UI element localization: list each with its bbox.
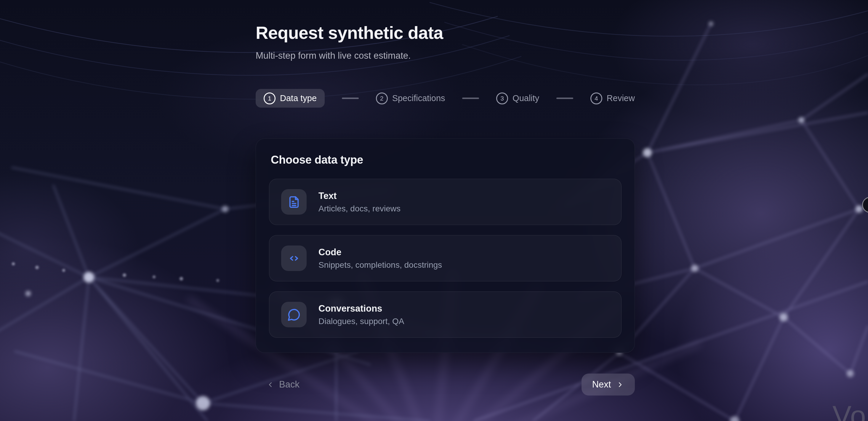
stepper-connector [342, 97, 359, 99]
step-label: Quality [513, 93, 539, 103]
step-label: Review [607, 93, 635, 103]
watermark: Vo [832, 400, 866, 421]
page: Request synthetic data Multi-step form w… [0, 0, 868, 421]
step-label: Specifications [392, 93, 445, 103]
step-number-badge: 4 [590, 92, 602, 104]
footer-nav: Back Next [256, 373, 635, 395]
back-button-label: Back [279, 379, 300, 390]
option-subtitle: Snippets, completions, docstrings [318, 260, 442, 270]
option-text-labels: Conversations Dialogues, support, QA [318, 303, 404, 326]
step-label: Data type [280, 93, 317, 103]
next-button[interactable]: Next [582, 373, 635, 395]
back-button[interactable]: Back [266, 379, 300, 390]
chevron-left-icon [266, 381, 274, 389]
code-icon [281, 246, 307, 271]
card-title: Choose data type [271, 153, 622, 166]
option-title: Code [318, 247, 442, 258]
option-title: Text [318, 191, 401, 201]
chat-bubble-icon [281, 302, 307, 327]
option-text-labels: Code Snippets, completions, docstrings [318, 247, 442, 270]
option-subtitle: Dialogues, support, QA [318, 317, 404, 326]
option-title: Conversations [318, 303, 404, 314]
stepper-step-quality[interactable]: 3 Quality [496, 92, 539, 104]
choose-data-type-card: Choose data type Text Articles, docs, re… [256, 138, 635, 353]
next-button-label: Next [592, 379, 611, 390]
step-number-badge: 3 [496, 92, 508, 104]
step-number-badge: 1 [264, 92, 276, 104]
stepper-connector [462, 97, 479, 99]
option-subtitle: Articles, docs, reviews [318, 204, 401, 214]
file-text-icon [281, 189, 307, 215]
stepper-step-review[interactable]: 4 Review [590, 92, 635, 104]
stepper-step-specifications[interactable]: 2 Specifications [376, 92, 445, 104]
main-content: Request synthetic data Multi-step form w… [256, 23, 635, 395]
stepper-step-data-type[interactable]: 1 Data type [256, 89, 325, 108]
option-text[interactable]: Text Articles, docs, reviews [269, 179, 622, 225]
stepper-connector [556, 97, 573, 99]
page-subtitle: Multi-step form with live cost estimate. [256, 50, 635, 62]
option-text-labels: Text Articles, docs, reviews [318, 191, 401, 214]
page-title: Request synthetic data [256, 23, 635, 43]
option-code[interactable]: Code Snippets, completions, docstrings [269, 235, 622, 281]
step-number-badge: 2 [376, 92, 388, 104]
option-conversations[interactable]: Conversations Dialogues, support, QA [269, 291, 622, 338]
chevron-right-icon [616, 381, 624, 389]
stepper: 1 Data type 2 Specifications 3 Quality 4… [256, 89, 635, 108]
